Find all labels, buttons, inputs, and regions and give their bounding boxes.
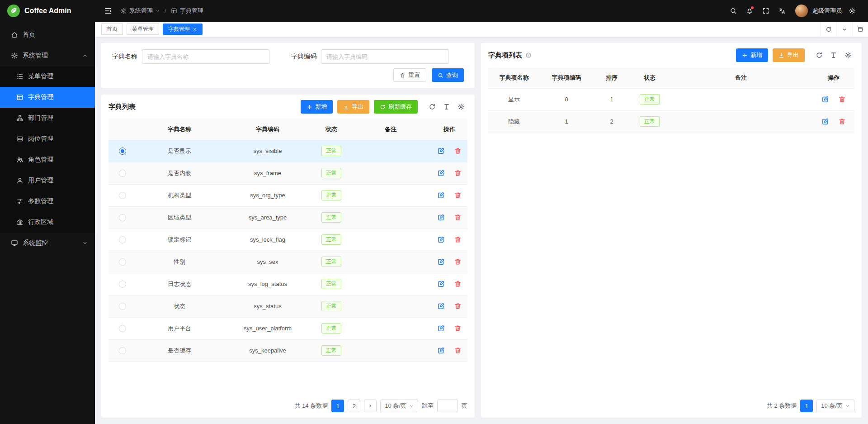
sidebar-item-dict-mgmt[interactable]: 字典管理 [0,87,95,108]
delete-icon[interactable] [454,214,462,221]
table-row[interactable]: 锁定标记 sys_lock_flag 正常 [108,229,467,251]
delete-icon[interactable] [454,236,462,243]
reset-button[interactable]: 重置 [393,68,426,82]
edit-icon[interactable] [437,236,445,243]
table-row[interactable]: 是否显示 sys_visible 正常 [108,140,467,162]
row-radio[interactable] [119,148,126,155]
next-page-button[interactable] [364,400,377,412]
edit-icon[interactable] [437,280,445,288]
delete-icon[interactable] [454,147,462,155]
sidebar-item-post-mgmt[interactable]: 岗位管理 [0,129,95,149]
sidebar-item-menu-mgmt[interactable]: 菜单管理 [0,66,95,87]
edit-icon[interactable] [821,95,829,103]
dict-code-input[interactable] [321,49,448,64]
table-settings-gear-icon[interactable] [842,49,854,62]
home-icon [11,31,18,38]
notification-bell-icon[interactable] [742,3,757,19]
tab-home[interactable]: 首页 [101,24,123,35]
sidebar-item-dept-mgmt[interactable]: 部门管理 [0,108,95,129]
delete-icon[interactable] [454,169,462,177]
column-settings-icon[interactable] [827,49,840,62]
refresh-cache-button[interactable]: 刷新缓存 [374,100,418,114]
column-settings-icon[interactable] [440,100,453,113]
delete-icon[interactable] [454,258,462,266]
edit-icon[interactable] [437,169,445,177]
refresh-page-icon[interactable] [821,22,836,37]
page-button-2[interactable]: 2 [348,400,360,412]
table-row[interactable]: 性别 sys_sex 正常 [108,251,467,273]
table-row[interactable]: 机构类型 sys_org_type 正常 [108,184,467,206]
refresh-table-icon[interactable] [813,49,826,62]
add-button[interactable]: 新增 [301,100,333,114]
page-button-1[interactable]: 1 [800,400,813,412]
delete-icon[interactable] [838,118,846,125]
table-row[interactable]: 显示 0 1 正常 [488,88,854,110]
avatar[interactable] [795,5,808,17]
page-button-1[interactable]: 1 [331,400,344,412]
edit-icon[interactable] [821,118,829,125]
sidebar-item-user-mgmt[interactable]: 用户管理 [0,170,95,191]
refresh-table-icon[interactable] [426,100,439,113]
export-button[interactable]: 导出 [337,100,369,114]
sidebar-item-role-mgmt[interactable]: 角色管理 [0,149,95,170]
tab-options-chevron-icon[interactable] [836,22,852,37]
tab-menu-mgmt[interactable]: 菜单管理 [127,24,159,35]
table-row[interactable]: 隐藏 1 2 正常 [488,110,854,133]
delete-icon[interactable] [454,191,462,199]
page-size-select[interactable]: 10 条/页 [816,400,854,412]
table-row[interactable]: 是否内嵌 sys_frame 正常 [108,162,467,184]
fullscreen-icon[interactable] [758,3,774,19]
info-icon[interactable] [525,52,532,58]
edit-icon[interactable] [437,302,445,310]
search-icon[interactable] [726,3,741,19]
page-size-select[interactable]: 10 条/页 [380,400,418,412]
sidebar-group-monitor[interactable]: 系统监控 [0,233,95,253]
breadcrumb-item-system[interactable]: 系统管理 [120,7,160,15]
table-row[interactable]: 状态 sys_status 正常 [108,295,467,317]
delete-icon[interactable] [454,302,462,310]
column-header: 操作 [431,119,467,140]
edit-icon[interactable] [437,147,445,155]
export-button[interactable]: 导出 [773,48,805,62]
sidebar-item-home[interactable]: 首页 [0,24,95,45]
row-radio[interactable] [119,192,126,199]
table-row[interactable]: 是否缓存 sys_keepalive 正常 [108,339,467,362]
edit-icon[interactable] [437,258,445,266]
row-radio[interactable] [119,214,126,221]
edit-icon[interactable] [437,347,445,354]
table-row[interactable]: 日志状态 sys_log_status 正常 [108,273,467,295]
settings-gear-icon[interactable] [844,3,860,19]
row-radio[interactable] [119,170,126,177]
table-row[interactable]: 区域类型 sys_area_type 正常 [108,206,467,229]
dict-name-input[interactable] [142,49,269,64]
edit-icon[interactable] [437,214,445,221]
row-radio[interactable] [119,236,126,243]
delete-icon[interactable] [838,95,846,103]
sidebar-item-param-mgmt[interactable]: 参数管理 [0,191,95,212]
translate-icon[interactable] [774,3,790,19]
menu-fold-icon[interactable] [100,3,116,19]
jump-page-input[interactable] [437,400,458,412]
logo[interactable]: Coffee Admin [0,0,95,22]
row-radio[interactable] [119,325,126,332]
delete-icon[interactable] [454,324,462,332]
username[interactable]: 超级管理员 [812,7,842,15]
content-fullscreen-icon[interactable] [852,22,868,37]
edit-icon[interactable] [437,324,445,332]
delete-icon[interactable] [454,347,462,354]
row-radio[interactable] [119,281,126,288]
delete-icon[interactable] [454,280,462,288]
tab-dict-mgmt[interactable]: 字典管理 [163,24,203,35]
row-radio[interactable] [119,347,126,354]
table-settings-gear-icon[interactable] [455,100,467,113]
edit-icon[interactable] [437,191,445,199]
query-button[interactable]: 查询 [432,68,464,82]
breadcrumb-item-dict[interactable]: 字典管理 [171,7,203,15]
add-button[interactable]: 新增 [736,48,768,62]
tab-close-icon[interactable] [193,27,197,32]
sidebar-group-system[interactable]: 系统管理 [0,45,95,66]
sidebar-item-region-mgmt[interactable]: 行政区域 [0,212,95,233]
table-row[interactable]: 用户平台 sys_user_platform 正常 [108,317,467,339]
row-radio[interactable] [119,258,126,266]
row-radio[interactable] [119,303,126,310]
